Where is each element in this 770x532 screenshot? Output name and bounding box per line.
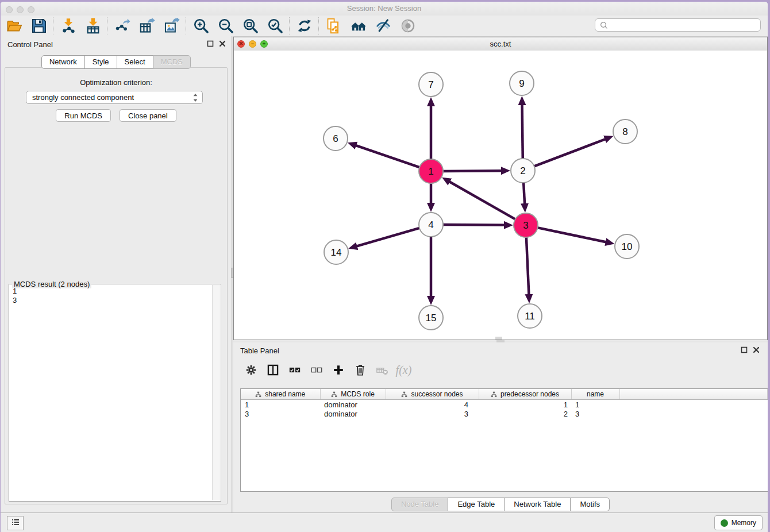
export-table-button[interactable] [134,17,159,35]
network-resize-grip[interactable] [495,337,502,340]
copy-network-button[interactable] [321,17,346,35]
result-scrollbar[interactable] [212,285,220,500]
houses-icon [351,18,367,34]
run-mcds-button[interactable]: Run MCDS [56,109,111,122]
float-panel-icon[interactable] [741,346,748,353]
svg-text:15: 15 [426,313,437,323]
column-header-filler [619,389,768,400]
search-box[interactable] [595,18,761,32]
graph-node-14[interactable]: 14 [324,240,348,264]
zoom-selected-button[interactable] [263,17,287,35]
mcds-result-box: MCDS result (2 nodes) 1 3 [9,284,221,502]
graph-node-3[interactable]: 3 [514,213,538,237]
close-panel-icon[interactable] [219,40,226,47]
graph-edge-4-3[interactable] [442,225,506,225]
function-builder-button: f(x) [394,360,413,380]
style-eye-icon [375,18,391,34]
select-all-rows-button[interactable] [285,360,304,380]
tab-network[interactable]: Network [41,55,85,69]
export-image-icon [164,18,180,34]
table-row[interactable]: 1dominator411 [241,400,768,410]
svg-text:2: 2 [520,165,525,176]
column-header[interactable]: name [571,389,619,400]
graph-edge-3-11[interactable] [526,236,529,296]
import-network-button[interactable] [56,17,80,35]
save-session-button[interactable] [26,17,51,35]
column-header[interactable]: predecessor nodes [479,389,571,400]
toolbar-separator [107,17,108,34]
graph-edge-2-8[interactable] [533,139,607,167]
import-table-button[interactable] [80,17,105,35]
table-row[interactable]: 3dominator323 [241,409,768,418]
task-history-button[interactable] [7,516,24,530]
close-panel-icon[interactable] [753,346,760,353]
tab-style[interactable]: Style [84,55,117,69]
hide-graphics-details-button[interactable] [395,17,420,35]
svg-text:7: 7 [428,79,433,90]
tab-node-table[interactable]: Node Table [391,498,449,511]
zoom-in-icon [193,18,209,34]
zoom-out-button[interactable] [213,17,238,35]
memory-label: Memory [732,519,756,527]
table-panel-header: Table Panel [233,342,768,358]
graph-edge-1-2[interactable] [442,171,503,171]
graph-node-10[interactable]: 10 [615,234,639,259]
delete-rows-button[interactable] [351,360,369,380]
graph-node-7[interactable]: 7 [419,72,443,97]
graph-node-6[interactable]: 6 [324,126,348,151]
graph-edge-3-10[interactable] [537,228,607,242]
show-columns-button[interactable] [263,360,282,380]
tab-select[interactable]: Select [117,55,153,69]
export-network-button[interactable] [110,17,134,35]
table-tabs: Node TableEdge TableNetwork TableMotifs [233,498,768,511]
graph-node-1[interactable]: 1 [419,159,443,183]
create-column-button[interactable] [329,360,348,380]
column-header[interactable]: MCDS role [320,389,386,400]
svg-text:10: 10 [622,241,633,252]
zoom-out-icon [218,18,234,34]
graph-edge-1-6[interactable] [355,145,421,167]
graph-edge-3-1[interactable] [448,181,516,219]
close-panel-button[interactable]: Close panel [120,109,176,122]
status-bar: Memory [1,512,768,532]
float-panel-icon[interactable] [207,40,214,47]
columns-icon [267,364,279,376]
graph-edge-2-3[interactable] [523,182,525,205]
graph-node-8[interactable]: 8 [613,119,637,144]
tree-icon [401,391,407,398]
apply-layout-button[interactable] [292,17,317,35]
first-neighbors-button[interactable] [346,17,371,35]
graph-node-9[interactable]: 9 [510,71,534,95]
memory-button[interactable]: Memory [714,515,763,530]
export-image-button[interactable] [159,17,184,35]
table-settings-button[interactable] [241,360,260,380]
criterion-select[interactable]: strongly connected component [26,91,203,104]
zoom-fit-button[interactable] [238,17,263,35]
graph-node-2[interactable]: 2 [511,159,535,183]
delete-column-icon [376,364,388,376]
tab-mcds[interactable]: MCDS [153,55,191,69]
show-graphics-details-button[interactable] [371,17,395,35]
graph-node-15[interactable]: 15 [419,306,443,330]
zoom-selected-icon [267,18,283,34]
zoom-in-button[interactable] [188,17,213,35]
column-header[interactable]: shared name [241,389,320,400]
deselect-all-rows-button[interactable] [307,360,326,380]
open-session-button[interactable] [2,17,26,35]
network-canvas[interactable]: 7968124314101511 [234,51,767,340]
graph-edge-4-14[interactable] [356,228,421,246]
gear-icon [245,364,257,376]
graph-edge-2-9[interactable] [522,103,523,160]
refresh-icon [297,18,313,34]
optimization-criterion-label: Optimization criterion: [5,78,227,87]
graph-node-4[interactable]: 4 [419,213,443,237]
tab-motifs[interactable]: Motifs [570,498,610,511]
search-input[interactable] [610,20,758,31]
graph-node-11[interactable]: 11 [518,304,542,328]
copy-network-icon [326,18,342,34]
tab-edge-table[interactable]: Edge Table [448,498,505,511]
column-header[interactable]: successor nodes [386,389,479,400]
tab-network-table[interactable]: Network Table [504,498,571,511]
window-title: Session: New Session [1,4,768,13]
svg-text:8: 8 [622,126,627,137]
